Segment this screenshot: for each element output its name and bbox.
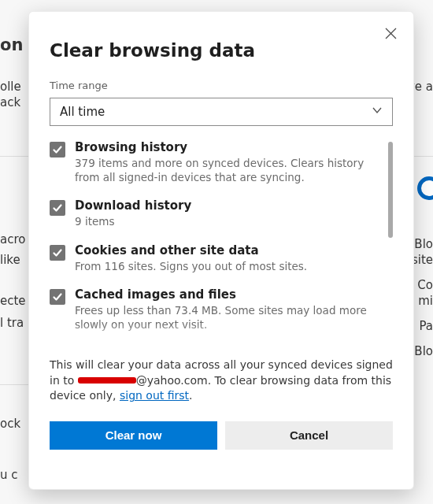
bg-text: Pa (419, 318, 433, 335)
shield-icon (417, 176, 433, 200)
bg-text: u c (0, 467, 18, 484)
checkbox-cached[interactable] (50, 289, 65, 305)
bg-text: like (0, 252, 20, 269)
option-title: Browsing history (75, 140, 382, 154)
cancel-button[interactable]: Cancel (225, 421, 393, 450)
bg-text: Co (417, 277, 433, 295)
option-download-history: Download history 9 items (50, 198, 382, 228)
check-icon (52, 202, 63, 213)
option-cached: Cached images and files Frees up less th… (50, 287, 382, 332)
bg-text: acro (0, 232, 25, 249)
bg-text: ack (0, 94, 20, 112)
bg-text: Blo (414, 236, 433, 254)
options-list: Browsing history 379 items and more on s… (50, 140, 393, 346)
option-subtitle: 9 items (75, 214, 382, 228)
bg-text: Blo (414, 343, 433, 361)
checkbox-cookies[interactable] (50, 245, 65, 261)
bg-text: site (412, 252, 433, 269)
scrollbar-thumb[interactable] (388, 142, 393, 238)
check-icon (52, 291, 63, 302)
time-range-value: All time (60, 105, 105, 119)
time-range-select[interactable]: All time (50, 98, 393, 126)
option-cookies: Cookies and other site data From 116 sit… (50, 243, 382, 273)
notice-text: . (189, 389, 192, 402)
sync-notice: This will clear your data across all you… (50, 358, 393, 404)
clear-browsing-data-dialog: Clear browsing data Time range All time … (28, 11, 414, 490)
redacted-email-prefix (78, 377, 136, 384)
bg-text: olle (0, 79, 21, 96)
bg-text: on (0, 33, 23, 57)
checkbox-download-history[interactable] (50, 200, 65, 216)
clear-now-button[interactable]: Clear now (50, 421, 217, 450)
bg-text: mi (418, 293, 433, 310)
bg-text: ock (0, 416, 20, 433)
option-subtitle: 379 items and more on synced devices. Cl… (75, 156, 382, 184)
dialog-title: Clear browsing data (50, 40, 393, 61)
chevron-down-icon (372, 105, 383, 119)
check-icon (52, 247, 63, 258)
checkbox-browsing-history[interactable] (50, 142, 65, 158)
close-button[interactable] (380, 23, 401, 43)
bg-text: l tra (0, 315, 24, 332)
options-list-wrap: Browsing history 379 items and more on s… (50, 140, 393, 346)
option-title: Download history (75, 198, 382, 213)
notice-email-suffix: @yahoo.com (136, 374, 208, 387)
bg-text: ecte (0, 293, 26, 310)
check-icon (52, 144, 63, 155)
option-title: Cached images and files (75, 287, 382, 302)
option-subtitle: From 116 sites. Signs you out of most si… (75, 259, 382, 273)
time-range-label: Time range (50, 80, 393, 91)
option-browsing-history: Browsing history 379 items and more on s… (50, 140, 382, 184)
dialog-buttons: Clear now Cancel (50, 421, 393, 450)
sign-out-first-link[interactable]: sign out first (120, 389, 189, 402)
option-title: Cookies and other site data (75, 243, 382, 258)
close-icon (385, 28, 397, 39)
option-subtitle: Frees up less than 73.4 MB. Some sites m… (75, 303, 382, 332)
